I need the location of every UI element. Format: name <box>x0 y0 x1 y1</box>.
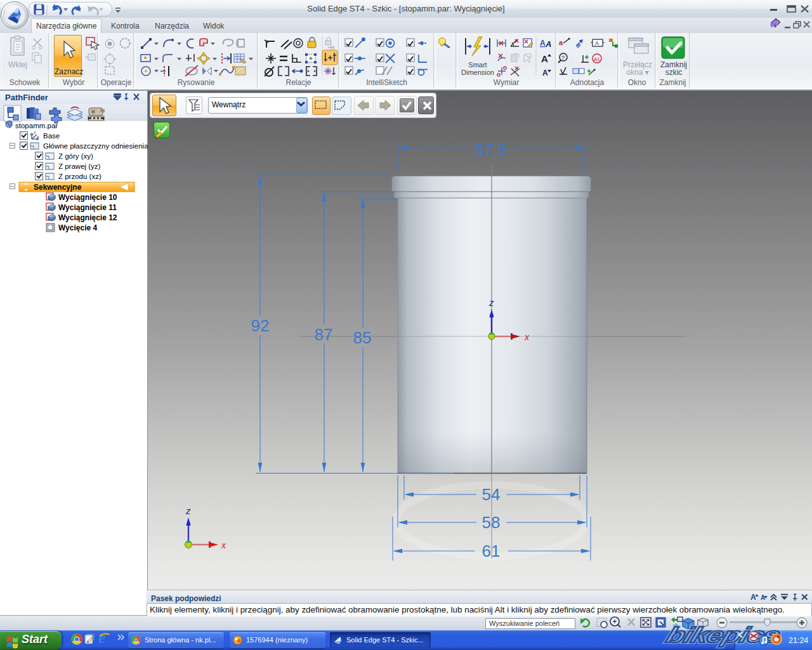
svg-text:92: 92 <box>251 316 270 335</box>
svg-text:z: z <box>185 505 191 516</box>
svg-text:x: x <box>221 540 226 550</box>
svg-text:a: a <box>559 39 563 46</box>
svg-text:e: e <box>98 630 105 646</box>
svg-text:A: A <box>750 593 756 602</box>
svg-text:61: 61 <box>482 541 501 560</box>
svg-text:A: A <box>761 594 765 601</box>
svg-text:x: x <box>36 135 39 139</box>
svg-text:z: z <box>488 297 494 308</box>
svg-text:?: ? <box>561 55 565 61</box>
svg-text:57,5: 57,5 <box>475 140 508 159</box>
svg-text:x: x <box>524 332 530 342</box>
svg-text:A: A <box>540 39 546 48</box>
svg-text:A: A <box>541 53 548 64</box>
svg-text:A: A <box>545 39 551 49</box>
svg-text:A1: A1 <box>594 56 600 62</box>
svg-text:58: 58 <box>482 513 501 532</box>
svg-text:A: A <box>595 40 599 46</box>
svg-text:87: 87 <box>315 325 333 344</box>
svg-text:21:24: 21:24 <box>789 636 808 645</box>
svg-text:85: 85 <box>353 328 372 347</box>
svg-text:54: 54 <box>482 485 501 504</box>
svg-text:A: A <box>542 69 548 77</box>
svg-text:?: ? <box>775 20 778 27</box>
